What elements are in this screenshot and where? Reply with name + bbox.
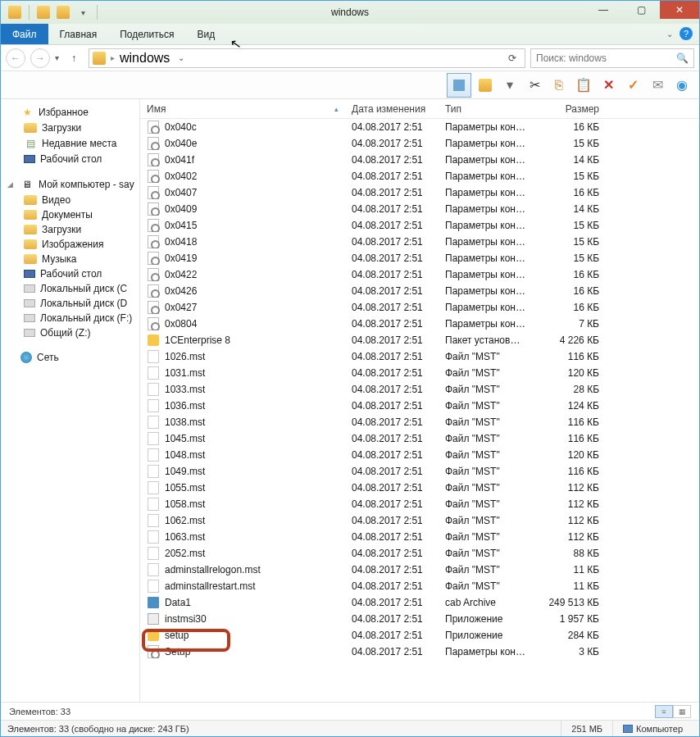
mail-icon[interactable]: ✉: [647, 75, 668, 96]
file-row[interactable]: 0x040c04.08.2017 2:51Параметры конф...16…: [140, 119, 699, 135]
maximize-button[interactable]: ▢: [622, 1, 660, 19]
file-row[interactable]: 0x040e04.08.2017 2:51Параметры конф...15…: [140, 135, 699, 152]
sidebar-recent[interactable]: ▤Недавние места: [2, 135, 138, 152]
file-date: 04.08.2017 2:51: [345, 630, 439, 641]
shell-icon[interactable]: ◉: [671, 75, 693, 96]
file-row[interactable]: 1026.mst04.08.2017 2:51Файл "MST"116 КБ: [140, 348, 699, 365]
column-size[interactable]: Размер: [532, 103, 606, 115]
sidebar-downloads2[interactable]: Загрузки: [2, 222, 138, 237]
file-row[interactable]: 1058.mst04.08.2017 2:51Файл "MST"112 КБ: [140, 496, 699, 512]
sidebar-shared[interactable]: Общий (Z:): [2, 325, 138, 340]
file-row[interactable]: setup04.08.2017 2:51Приложение284 КБ: [140, 627, 699, 644]
sidebar-disk-f[interactable]: Локальный диск (F:): [2, 311, 138, 325]
file-row[interactable]: 0x042604.08.2017 2:51Параметры конф...16…: [140, 283, 699, 299]
column-type[interactable]: Тип: [439, 103, 532, 115]
file-row[interactable]: 1036.mst04.08.2017 2:51Файл "MST"124 КБ: [140, 398, 699, 414]
file-row[interactable]: 1045.mst04.08.2017 2:51Файл "MST"116 КБ: [140, 430, 699, 447]
refresh-button[interactable]: ⟳: [503, 52, 521, 64]
cut-icon[interactable]: ✂: [524, 75, 545, 96]
tab-share[interactable]: Поделиться: [108, 24, 185, 44]
sidebar-desktop[interactable]: Рабочий стол: [2, 152, 138, 166]
file-row[interactable]: 0x041504.08.2017 2:51Параметры конф...15…: [140, 217, 699, 234]
delete-icon[interactable]: ✕: [598, 75, 619, 96]
file-row[interactable]: 0x040204.08.2017 2:51Параметры конф...15…: [140, 168, 699, 184]
organize-dropdown[interactable]: ▾: [499, 75, 520, 96]
history-dropdown[interactable]: ▾: [55, 53, 59, 62]
up-button[interactable]: ↑: [64, 48, 84, 68]
sidebar-disk-c[interactable]: Локальный диск (C: [2, 281, 138, 296]
file-size: 28 КБ: [532, 384, 606, 395]
preview-pane-button[interactable]: [447, 73, 471, 98]
search-box[interactable]: 🔍: [530, 48, 694, 68]
file-row[interactable]: 2052.mst04.08.2017 2:51Файл "MST"88 КБ: [140, 545, 699, 562]
file-row[interactable]: 1062.mst04.08.2017 2:51Файл "MST"112 КБ: [140, 512, 699, 529]
tab-view[interactable]: Вид: [185, 24, 226, 44]
sidebar-favorites[interactable]: ★Избранное: [2, 104, 138, 121]
file-list[interactable]: Имя▴ Дата изменения Тип Размер 0x040c04.…: [140, 99, 699, 702]
file-row[interactable]: 0x042704.08.2017 2:51Параметры конф...16…: [140, 299, 699, 316]
file-row[interactable]: 0x080404.08.2017 2:51Параметры конф...7 …: [140, 316, 699, 332]
ribbon-expand-icon[interactable]: ⌄: [666, 30, 673, 39]
file-row[interactable]: 1063.mst04.08.2017 2:51Файл "MST"112 КБ: [140, 529, 699, 545]
sidebar-pictures[interactable]: Изображения: [2, 237, 138, 252]
forward-button[interactable]: →: [30, 48, 50, 68]
sidebar-item-label: Недавние места: [42, 138, 116, 149]
sidebar-documents[interactable]: Документы: [2, 207, 138, 222]
qat-dropdown[interactable]: ▾: [74, 3, 92, 21]
file-row[interactable]: adminstallrelogon.mst04.08.2017 2:51Файл…: [140, 562, 699, 578]
details-view-button[interactable]: ≡: [655, 705, 673, 718]
file-row[interactable]: 1033.mst04.08.2017 2:51Файл "MST"28 КБ: [140, 381, 699, 398]
file-row[interactable]: 1038.mst04.08.2017 2:51Файл "MST"116 КБ: [140, 414, 699, 430]
tab-file[interactable]: Файл: [1, 24, 48, 44]
help-icon[interactable]: ?: [680, 27, 693, 40]
file-row[interactable]: 1031.mst04.08.2017 2:51Файл "MST"120 КБ: [140, 365, 699, 381]
check-icon[interactable]: ✓: [622, 75, 643, 96]
file-row[interactable]: 1055.mst04.08.2017 2:51Файл "MST"112 КБ: [140, 480, 699, 496]
sidebar-computer[interactable]: ◢🖥Мой компьютер - say: [2, 176, 138, 193]
file-row[interactable]: 0x041804.08.2017 2:51Параметры конф...15…: [140, 234, 699, 250]
file-row[interactable]: 0x040904.08.2017 2:51Параметры конф...14…: [140, 201, 699, 217]
file-row[interactable]: Setup04.08.2017 2:51Параметры конф...3 К…: [140, 644, 699, 660]
expand-icon[interactable]: ◢: [7, 180, 16, 189]
file-type: Файл "MST": [439, 400, 532, 412]
tab-home[interactable]: Главная: [48, 24, 109, 44]
column-name[interactable]: Имя▴: [140, 103, 345, 115]
file-type: cab Archive: [439, 597, 532, 608]
back-button[interactable]: ←: [6, 48, 25, 68]
copy-icon[interactable]: ⎘: [548, 75, 570, 96]
sidebar-network[interactable]: Сеть: [2, 350, 138, 365]
sidebar-disk-d[interactable]: Локальный диск (D: [2, 296, 138, 311]
file-row[interactable]: adminstallrestart.mst04.08.2017 2:51Файл…: [140, 578, 699, 594]
icons-view-button[interactable]: ▦: [673, 705, 691, 718]
file-row[interactable]: 0x042204.08.2017 2:51Параметры конф...16…: [140, 266, 699, 283]
paste-icon[interactable]: 📋: [573, 75, 594, 96]
sidebar-item-label: Локальный диск (F:): [40, 312, 132, 324]
organize-button[interactable]: [475, 75, 496, 96]
sidebar-desktop2[interactable]: Рабочий стол: [2, 266, 138, 281]
file-name: 1045.mst: [140, 432, 345, 445]
qat-properties[interactable]: [34, 3, 52, 21]
file-row[interactable]: Data104.08.2017 2:51cab Archive249 513 К…: [140, 594, 699, 611]
file-row[interactable]: 1CEnterprise 804.08.2017 2:51Пакет устан…: [140, 332, 699, 348]
close-button[interactable]: ✕: [660, 1, 699, 19]
file-row[interactable]: 1048.mst04.08.2017 2:51Файл "MST"120 КБ: [140, 447, 699, 463]
qat-newfolder[interactable]: [54, 3, 72, 21]
address-bar[interactable]: ▸ windows ⌄ ⟳: [89, 48, 525, 68]
sidebar-music[interactable]: Музыка: [2, 252, 138, 266]
search-icon[interactable]: 🔍: [676, 52, 689, 64]
breadcrumb[interactable]: windows: [120, 51, 170, 66]
file-row[interactable]: 0x041904.08.2017 2:51Параметры конф...15…: [140, 250, 699, 266]
file-row[interactable]: instmsi3004.08.2017 2:51Приложение1 957 …: [140, 611, 699, 627]
sidebar-downloads[interactable]: Загрузки: [2, 121, 138, 135]
sidebar-videos[interactable]: Видео: [2, 193, 138, 207]
file-row[interactable]: 0x041f04.08.2017 2:51Параметры конф...14…: [140, 152, 699, 168]
file-date: 04.08.2017 2:51: [345, 580, 439, 592]
file-row[interactable]: 0x040704.08.2017 2:51Параметры конф...16…: [140, 184, 699, 201]
navigation-pane[interactable]: ★Избранное Загрузки ▤Недавние места Рабо…: [1, 99, 140, 702]
file-row[interactable]: 1049.mst04.08.2017 2:51Файл "MST"116 КБ: [140, 463, 699, 480]
minimize-button[interactable]: —: [584, 1, 622, 19]
search-input[interactable]: [536, 52, 676, 64]
address-dropdown[interactable]: ⌄: [175, 53, 188, 62]
titlebar[interactable]: ▾ windows — ▢ ✕: [1, 1, 699, 24]
column-date[interactable]: Дата изменения: [345, 103, 439, 115]
